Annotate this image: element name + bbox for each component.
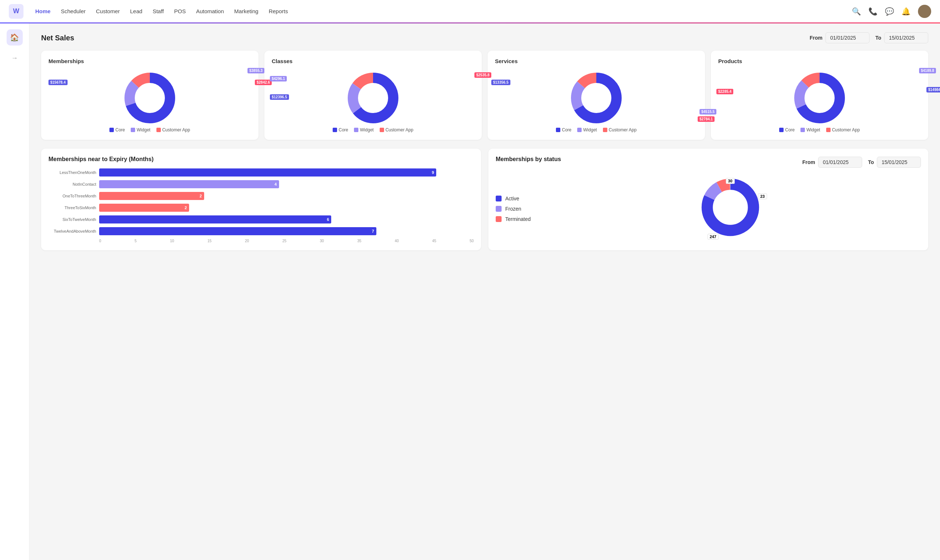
chart-axis: 0 5 10 15 20 25 30 35 40 45 50 xyxy=(48,239,474,243)
bar-label-0: LessThenOneMonth xyxy=(48,170,96,175)
whatsapp-icon[interactable]: 💬 xyxy=(885,7,894,16)
memberships-title: Memberships xyxy=(48,58,251,64)
to-label: To xyxy=(875,35,881,41)
status-frozen: Frozen xyxy=(496,206,530,212)
nav-automation[interactable]: Automation xyxy=(196,8,224,14)
bar-4: 6 xyxy=(99,215,331,223)
navbar: W Home Scheduler Customer Lead Staff POS… xyxy=(0,0,940,23)
products-legend: Core Widget Customer App xyxy=(718,127,921,132)
terminated-callout: 23 xyxy=(758,193,767,199)
bar-0: 9 xyxy=(99,168,436,177)
memberships-legend: Core Widget Customer App xyxy=(48,127,251,132)
nav-marketing[interactable]: Marketing xyxy=(234,8,259,14)
bar-3: 2 xyxy=(99,204,189,212)
to-date-item: To 15/01/2025 xyxy=(875,32,928,43)
layout: 🏠 → Net Sales From 01/01/2025 To 15/01/2… xyxy=(0,23,940,560)
status-panel-header: Memberships by status From 01/01/2025 To… xyxy=(496,156,921,168)
sidebar: 🏠 → xyxy=(0,23,29,560)
svg-point-3 xyxy=(135,83,165,113)
expiry-title: Memberships near to Expiry (Months) xyxy=(48,156,474,163)
status-donut: 30 23 247 xyxy=(697,174,763,240)
legend-widget: Widget xyxy=(131,127,150,132)
nav-home[interactable]: Home xyxy=(35,8,51,14)
nav-staff[interactable]: Staff xyxy=(153,8,164,14)
bell-icon[interactable]: 🔔 xyxy=(901,7,911,16)
bar-label-1: NotInContact xyxy=(48,182,96,186)
status-panel: Memberships by status From 01/01/2025 To… xyxy=(488,149,928,250)
status-date-range: From 01/01/2025 To 15/01/2025 xyxy=(802,157,921,168)
classes-card: Classes $12396.5 $4296.1 $ xyxy=(264,51,482,140)
logo[interactable]: W xyxy=(9,4,23,19)
svg-point-7 xyxy=(358,83,388,113)
terminated-label: Terminated xyxy=(505,216,530,222)
nav-reports[interactable]: Reports xyxy=(269,8,288,14)
status-from-date[interactable]: 01/01/2025 xyxy=(818,157,862,168)
avatar[interactable] xyxy=(918,5,931,18)
status-from-item: From 01/01/2025 xyxy=(802,157,862,168)
bar-track-2: 2 xyxy=(99,192,474,200)
classes-legend: Core Widget Customer App xyxy=(272,127,475,132)
nav-lead[interactable]: Lead xyxy=(130,8,142,14)
bar-5: 7 xyxy=(99,227,376,235)
status-active: Active xyxy=(496,195,530,202)
nav-right: 🔍 📞 💬 🔔 xyxy=(852,5,931,18)
bar-chart: LessThenOneMonth 9 NotInContact 4 OneToT… xyxy=(48,168,474,243)
frozen-dot xyxy=(496,206,502,212)
nav-scheduler[interactable]: Scheduler xyxy=(61,8,86,14)
status-title: Memberships by status xyxy=(496,156,561,163)
sidebar-home[interactable]: 🏠 xyxy=(7,29,23,46)
nav-pos[interactable]: POS xyxy=(174,8,186,14)
main-content: Net Sales From 01/01/2025 To 15/01/2025 … xyxy=(29,23,940,560)
bar-label-2: OneToThreeMonth xyxy=(48,194,96,198)
active-label: Active xyxy=(505,195,519,202)
products-card: Products $14984.7 $4189.8 xyxy=(711,51,928,140)
status-terminated: Terminated xyxy=(496,216,530,222)
bar-label-4: SixToTwelveMonth xyxy=(48,217,96,222)
frozen-callout: 30 xyxy=(726,177,735,184)
bar-row-2: OneToThreeMonth 2 xyxy=(48,192,474,200)
nav-customer[interactable]: Customer xyxy=(96,8,120,14)
bar-row-3: ThreeToSixMonth 2 xyxy=(48,204,474,212)
nav-links: Home Scheduler Customer Lead Staff POS A… xyxy=(35,8,288,15)
to-date-input[interactable]: 15/01/2025 xyxy=(884,32,928,43)
search-icon[interactable]: 🔍 xyxy=(852,7,861,16)
bar-label-5: TwelveAndAboveMonth xyxy=(48,229,96,233)
net-sales-header: Net Sales From 01/01/2025 To 15/01/2025 xyxy=(41,32,928,43)
status-to-label: To xyxy=(868,159,874,165)
active-dot xyxy=(496,195,502,202)
services-title: Services xyxy=(495,58,698,64)
from-date-input[interactable]: 01/01/2025 xyxy=(826,32,869,43)
svg-point-15 xyxy=(805,83,834,113)
expiry-panel: Memberships near to Expiry (Months) Less… xyxy=(41,149,481,250)
bar-2: 2 xyxy=(99,192,204,200)
bar-row-1: NotInContact 4 xyxy=(48,180,474,188)
phone-icon[interactable]: 📞 xyxy=(868,7,878,16)
sidebar-collapse[interactable]: → xyxy=(11,54,18,62)
terminated-dot xyxy=(496,216,502,222)
bar-1: 4 xyxy=(99,180,279,188)
status-to-date[interactable]: 15/01/2025 xyxy=(877,157,921,168)
from-label: From xyxy=(810,35,823,41)
bar-track-0: 9 xyxy=(99,168,474,177)
status-from-label: From xyxy=(802,159,815,165)
charts-row: Memberships $15678.4 xyxy=(41,51,928,140)
bar-row-0: LessThenOneMonth 9 xyxy=(48,168,474,177)
net-sales-date-range: From 01/01/2025 To 15/01/2025 xyxy=(810,32,928,43)
bar-track-3: 2 xyxy=(99,204,474,212)
bar-track-4: 6 xyxy=(99,215,474,223)
active-callout: 247 xyxy=(707,233,718,240)
net-sales-title: Net Sales xyxy=(41,34,74,42)
services-legend: Core Widget Customer App xyxy=(495,127,698,132)
from-date-item: From 01/01/2025 xyxy=(810,32,869,43)
status-to-item: To 15/01/2025 xyxy=(868,157,921,168)
classes-title: Classes xyxy=(272,58,475,64)
services-card: Services $13356.5 $4515.5 xyxy=(488,51,705,140)
bar-label-3: ThreeToSixMonth xyxy=(48,206,96,210)
legend-core: Core xyxy=(109,127,125,132)
bottom-row: Memberships near to Expiry (Months) Less… xyxy=(41,149,928,250)
svg-point-19 xyxy=(713,190,747,225)
products-title: Products xyxy=(718,58,921,64)
bar-track-5: 7 xyxy=(99,227,474,235)
bar-row-5: TwelveAndAboveMonth 7 xyxy=(48,227,474,235)
frozen-label: Frozen xyxy=(505,206,521,212)
